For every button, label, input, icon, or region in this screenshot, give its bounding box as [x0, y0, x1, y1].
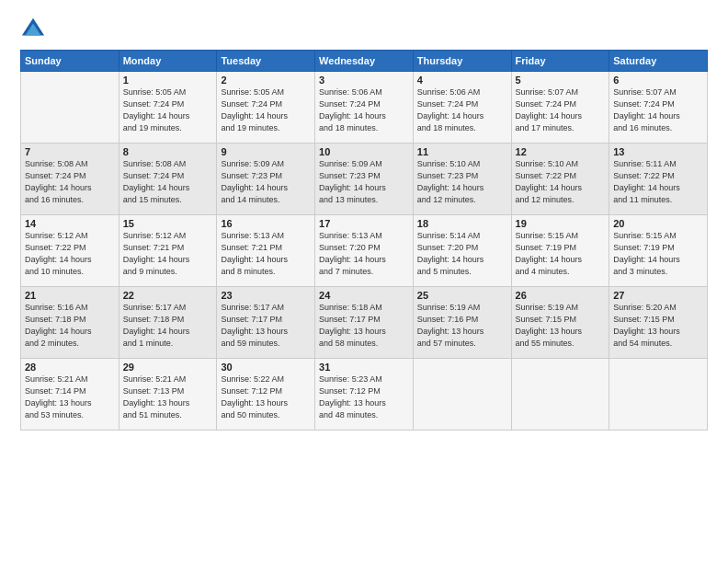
- day-number: 5: [516, 75, 606, 86]
- day-info: Sunrise: 5:14 AM Sunset: 7:20 PM Dayligh…: [417, 230, 507, 278]
- logo: [20, 17, 50, 42]
- day-info: Sunrise: 5:17 AM Sunset: 7:17 PM Dayligh…: [221, 302, 311, 350]
- day-cell: 17Sunrise: 5:13 AM Sunset: 7:20 PM Dayli…: [315, 215, 414, 287]
- day-number: 16: [221, 218, 311, 229]
- day-cell: 11Sunrise: 5:10 AM Sunset: 7:23 PM Dayli…: [413, 144, 511, 215]
- day-number: 4: [417, 75, 507, 86]
- day-cell: 30Sunrise: 5:22 AM Sunset: 7:12 PM Dayli…: [217, 359, 315, 431]
- day-cell: 7Sunrise: 5:08 AM Sunset: 7:24 PM Daylig…: [21, 144, 119, 215]
- day-number: 9: [221, 146, 311, 157]
- week-row-1: 1Sunrise: 5:05 AM Sunset: 7:24 PM Daylig…: [21, 72, 708, 144]
- day-number: 2: [221, 75, 311, 86]
- day-number: 25: [417, 290, 507, 301]
- day-number: 18: [417, 218, 507, 229]
- day-header-sunday: Sunday: [21, 51, 119, 72]
- day-cell: 16Sunrise: 5:13 AM Sunset: 7:21 PM Dayli…: [217, 215, 315, 287]
- day-info: Sunrise: 5:09 AM Sunset: 7:23 PM Dayligh…: [221, 158, 311, 206]
- day-info: Sunrise: 5:21 AM Sunset: 7:14 PM Dayligh…: [25, 373, 115, 421]
- day-number: 27: [613, 290, 703, 301]
- day-info: Sunrise: 5:05 AM Sunset: 7:24 PM Dayligh…: [221, 86, 311, 134]
- day-number: 24: [319, 290, 409, 301]
- day-header-tuesday: Tuesday: [217, 51, 315, 72]
- day-info: Sunrise: 5:10 AM Sunset: 7:22 PM Dayligh…: [516, 158, 606, 206]
- day-cell: [21, 72, 119, 144]
- day-info: Sunrise: 5:06 AM Sunset: 7:24 PM Dayligh…: [417, 86, 507, 134]
- day-cell: 28Sunrise: 5:21 AM Sunset: 7:14 PM Dayli…: [21, 359, 119, 431]
- day-info: Sunrise: 5:08 AM Sunset: 7:24 PM Dayligh…: [25, 158, 115, 206]
- day-cell: 23Sunrise: 5:17 AM Sunset: 7:17 PM Dayli…: [217, 287, 315, 359]
- day-info: Sunrise: 5:19 AM Sunset: 7:15 PM Dayligh…: [516, 302, 606, 350]
- logo-icon: [20, 17, 46, 42]
- day-cell: 20Sunrise: 5:15 AM Sunset: 7:19 PM Dayli…: [609, 215, 708, 287]
- day-number: 11: [417, 146, 507, 157]
- day-cell: 9Sunrise: 5:09 AM Sunset: 7:23 PM Daylig…: [217, 144, 315, 215]
- day-cell: 22Sunrise: 5:17 AM Sunset: 7:18 PM Dayli…: [119, 287, 217, 359]
- day-cell: 15Sunrise: 5:12 AM Sunset: 7:21 PM Dayli…: [119, 215, 217, 287]
- day-number: 14: [25, 218, 115, 229]
- day-number: 8: [123, 146, 213, 157]
- day-cell: 5Sunrise: 5:07 AM Sunset: 7:24 PM Daylig…: [511, 72, 609, 144]
- day-info: Sunrise: 5:20 AM Sunset: 7:15 PM Dayligh…: [613, 302, 703, 350]
- day-info: Sunrise: 5:19 AM Sunset: 7:16 PM Dayligh…: [417, 302, 507, 350]
- day-cell: 26Sunrise: 5:19 AM Sunset: 7:15 PM Dayli…: [511, 287, 609, 359]
- day-cell: 4Sunrise: 5:06 AM Sunset: 7:24 PM Daylig…: [413, 72, 511, 144]
- day-header-monday: Monday: [119, 51, 217, 72]
- day-info: Sunrise: 5:13 AM Sunset: 7:20 PM Dayligh…: [319, 230, 409, 278]
- day-cell: 25Sunrise: 5:19 AM Sunset: 7:16 PM Dayli…: [413, 287, 511, 359]
- day-info: Sunrise: 5:17 AM Sunset: 7:18 PM Dayligh…: [123, 302, 213, 350]
- day-number: 1: [123, 75, 213, 86]
- day-number: 26: [516, 290, 606, 301]
- day-info: Sunrise: 5:18 AM Sunset: 7:17 PM Dayligh…: [319, 302, 409, 350]
- day-number: 15: [123, 218, 213, 229]
- day-info: Sunrise: 5:22 AM Sunset: 7:12 PM Dayligh…: [221, 373, 311, 421]
- calendar-table: SundayMondayTuesdayWednesdayThursdayFrid…: [20, 50, 708, 431]
- day-cell: 6Sunrise: 5:07 AM Sunset: 7:24 PM Daylig…: [609, 72, 708, 144]
- day-number: 23: [221, 290, 311, 301]
- day-cell: 10Sunrise: 5:09 AM Sunset: 7:23 PM Dayli…: [315, 144, 414, 215]
- day-cell: 27Sunrise: 5:20 AM Sunset: 7:15 PM Dayli…: [609, 287, 708, 359]
- day-cell: 3Sunrise: 5:06 AM Sunset: 7:24 PM Daylig…: [315, 72, 414, 144]
- day-info: Sunrise: 5:11 AM Sunset: 7:22 PM Dayligh…: [613, 158, 703, 206]
- day-cell: 19Sunrise: 5:15 AM Sunset: 7:19 PM Dayli…: [511, 215, 609, 287]
- day-cell: 8Sunrise: 5:08 AM Sunset: 7:24 PM Daylig…: [119, 144, 217, 215]
- day-cell: 13Sunrise: 5:11 AM Sunset: 7:22 PM Dayli…: [609, 144, 708, 215]
- day-number: 20: [613, 218, 703, 229]
- day-cell: [609, 359, 708, 431]
- day-number: 28: [25, 362, 115, 373]
- day-info: Sunrise: 5:07 AM Sunset: 7:24 PM Dayligh…: [613, 86, 703, 134]
- page: SundayMondayTuesdayWednesdayThursdayFrid…: [0, 0, 728, 563]
- day-info: Sunrise: 5:10 AM Sunset: 7:23 PM Dayligh…: [417, 158, 507, 206]
- day-cell: 12Sunrise: 5:10 AM Sunset: 7:22 PM Dayli…: [511, 144, 609, 215]
- day-number: 17: [319, 218, 409, 229]
- header: [20, 17, 708, 42]
- day-number: 7: [25, 146, 115, 157]
- day-cell: 1Sunrise: 5:05 AM Sunset: 7:24 PM Daylig…: [119, 72, 217, 144]
- day-number: 6: [613, 75, 703, 86]
- day-header-saturday: Saturday: [609, 51, 708, 72]
- day-header-friday: Friday: [511, 51, 609, 72]
- day-cell: 14Sunrise: 5:12 AM Sunset: 7:22 PM Dayli…: [21, 215, 119, 287]
- day-cell: [511, 359, 609, 431]
- day-info: Sunrise: 5:16 AM Sunset: 7:18 PM Dayligh…: [25, 302, 115, 350]
- day-number: 13: [613, 146, 703, 157]
- day-info: Sunrise: 5:15 AM Sunset: 7:19 PM Dayligh…: [516, 230, 606, 278]
- day-number: 30: [221, 362, 311, 373]
- week-row-5: 28Sunrise: 5:21 AM Sunset: 7:14 PM Dayli…: [21, 359, 708, 431]
- week-row-4: 21Sunrise: 5:16 AM Sunset: 7:18 PM Dayli…: [21, 287, 708, 359]
- day-number: 19: [516, 218, 606, 229]
- day-info: Sunrise: 5:05 AM Sunset: 7:24 PM Dayligh…: [123, 86, 213, 134]
- day-cell: 29Sunrise: 5:21 AM Sunset: 7:13 PM Dayli…: [119, 359, 217, 431]
- day-info: Sunrise: 5:12 AM Sunset: 7:22 PM Dayligh…: [25, 230, 115, 278]
- header-row: SundayMondayTuesdayWednesdayThursdayFrid…: [21, 51, 708, 72]
- day-cell: 2Sunrise: 5:05 AM Sunset: 7:24 PM Daylig…: [217, 72, 315, 144]
- day-cell: [413, 359, 511, 431]
- week-row-3: 14Sunrise: 5:12 AM Sunset: 7:22 PM Dayli…: [21, 215, 708, 287]
- day-header-thursday: Thursday: [413, 51, 511, 72]
- day-info: Sunrise: 5:07 AM Sunset: 7:24 PM Dayligh…: [516, 86, 606, 134]
- day-header-wednesday: Wednesday: [315, 51, 414, 72]
- day-cell: 24Sunrise: 5:18 AM Sunset: 7:17 PM Dayli…: [315, 287, 414, 359]
- week-row-2: 7Sunrise: 5:08 AM Sunset: 7:24 PM Daylig…: [21, 144, 708, 215]
- day-number: 12: [516, 146, 606, 157]
- day-info: Sunrise: 5:23 AM Sunset: 7:12 PM Dayligh…: [319, 373, 409, 421]
- day-cell: 21Sunrise: 5:16 AM Sunset: 7:18 PM Dayli…: [21, 287, 119, 359]
